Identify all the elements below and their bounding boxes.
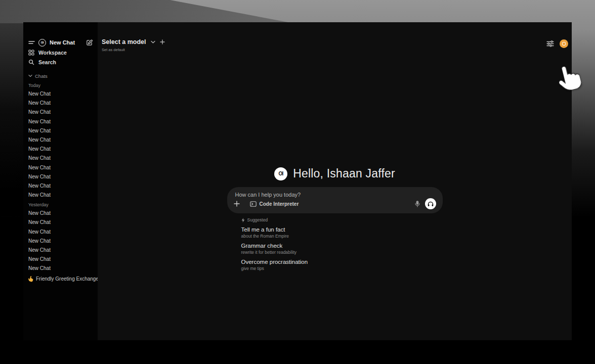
message-composer[interactable]: How can I help you today? Code Interpret… xyxy=(227,187,443,213)
suggested-header: Suggested xyxy=(241,217,443,222)
chat-list-item[interactable]: New Chat xyxy=(28,172,93,181)
chat-list: TodayNew ChatNew ChatNew ChatNew ChatNew… xyxy=(28,81,93,274)
sidebar-toggle-icon[interactable] xyxy=(28,40,35,45)
chat-list-item[interactable]: New Chat xyxy=(28,163,93,172)
model-selector-block: Select a model Set as default xyxy=(102,38,165,52)
new-chat-pencil-icon[interactable] xyxy=(86,39,93,46)
center-content: OI Hello, Ishaan Jaffer How can I help y… xyxy=(227,167,443,271)
composer-toolbar: Code Interpreter xyxy=(234,198,436,209)
chat-group-label: Today xyxy=(28,81,93,89)
sidebar-header: OI New Chat xyxy=(28,37,93,48)
set-as-default-link[interactable]: Set as default xyxy=(102,48,165,52)
waving-hand-icon xyxy=(28,276,33,282)
suggested-prompt-title: Grammar check xyxy=(241,243,443,249)
chat-list-item[interactable]: New Chat xyxy=(28,218,93,227)
voice-call-button[interactable] xyxy=(425,198,436,209)
chat-group-label: Yesterday xyxy=(28,201,93,209)
controls-sliders-icon[interactable] xyxy=(546,40,554,47)
sidebar-item-label: Search xyxy=(38,59,56,65)
suggested-prompt[interactable]: Overcome procrastinationgive me tips xyxy=(241,259,443,271)
chats-section-header[interactable]: Chats xyxy=(28,71,93,80)
user-avatar[interactable] xyxy=(560,39,568,48)
composer-placeholder[interactable]: How can I help you today? xyxy=(234,192,436,198)
bolt-icon xyxy=(241,218,245,222)
chevron-down-icon xyxy=(28,74,32,77)
desktop: OI New Chat Workspace Search xyxy=(0,0,595,364)
sidebar-item-workspace[interactable]: Workspace xyxy=(28,48,93,57)
chat-list-item[interactable]: New Chat xyxy=(28,117,93,126)
chat-list-item[interactable]: New Chat xyxy=(28,154,93,163)
suggested-list: Tell me a fun factabout the Roman Empire… xyxy=(241,226,443,271)
chat-list-item[interactable]: New Chat xyxy=(28,89,93,99)
suggested-prompt-subtitle: about the Roman Empire xyxy=(241,234,443,239)
terminal-icon xyxy=(250,201,257,207)
suggested-prompt[interactable]: Grammar checkrewrite it for better reada… xyxy=(241,243,443,255)
desktop-background-shade xyxy=(0,23,23,215)
sidebar-item-search[interactable]: Search xyxy=(28,57,93,67)
greeting-row: OI Hello, Ishaan Jaffer xyxy=(227,167,443,180)
suggested-prompt[interactable]: Tell me a fun factabout the Roman Empire xyxy=(241,226,443,239)
avatar-glyph xyxy=(562,42,566,46)
chevron-down-icon xyxy=(151,40,155,43)
code-interpreter-toggle[interactable]: Code Interpreter xyxy=(250,201,299,207)
suggested-prompt-title: Overcome procrastination xyxy=(241,259,443,265)
chat-list-item[interactable]: New Chat xyxy=(28,135,93,145)
chat-list-item[interactable]: New Chat xyxy=(28,108,93,117)
main-panel: Select a model Set as default xyxy=(98,22,572,340)
suggested-prompt-title: Tell me a fun fact xyxy=(241,226,443,233)
open-webui-window: OI New Chat Workspace Search xyxy=(23,22,572,340)
suggested-label: Suggested xyxy=(247,217,268,222)
suggested-prompt-subtitle: rewrite it for better readability xyxy=(241,250,443,255)
chat-list-item[interactable]: New Chat xyxy=(28,228,93,237)
workspace-grid-icon xyxy=(28,50,34,56)
chat-list-item[interactable]: New Chat xyxy=(28,209,93,218)
add-model-plus-icon[interactable] xyxy=(160,39,165,44)
chat-list-item[interactable]: New Chat xyxy=(28,126,93,135)
app-logo-icon: OI xyxy=(274,167,287,180)
search-icon xyxy=(28,59,34,65)
chat-list-item[interactable]: New Chat xyxy=(28,191,93,200)
chat-list-item[interactable]: New Chat xyxy=(28,181,93,191)
chat-list-item[interactable]: New Chat xyxy=(28,264,93,273)
chat-list-item[interactable]: New Chat xyxy=(28,246,93,255)
greeting-text: Hello, Ishaan Jaffer xyxy=(293,167,395,180)
chat-list-item[interactable]: New Chat xyxy=(28,255,93,264)
code-interpreter-label: Code Interpreter xyxy=(260,201,299,207)
sidebar: OI New Chat Workspace Search xyxy=(23,22,98,340)
model-selector-label: Select a model xyxy=(102,38,146,46)
suggested-prompt-subtitle: give me tips xyxy=(241,266,443,271)
chat-list-item-pinned[interactable]: Friendly Greeting Exchange xyxy=(28,275,93,284)
attach-plus-icon[interactable] xyxy=(234,201,240,207)
model-selector[interactable]: Select a model xyxy=(102,38,165,46)
sidebar-title: New Chat xyxy=(50,39,75,46)
chats-section-label: Chats xyxy=(35,73,48,79)
microphone-icon[interactable] xyxy=(415,201,420,207)
chat-title: Friendly Greeting Exchange xyxy=(36,275,98,284)
topbar-right xyxy=(546,39,568,48)
sidebar-item-label: Workspace xyxy=(38,50,67,56)
headphones-icon xyxy=(428,201,434,207)
chat-list-item[interactable]: New Chat xyxy=(28,99,93,108)
chat-list-item[interactable]: New Chat xyxy=(28,145,93,154)
chat-list-item[interactable]: New Chat xyxy=(28,237,93,246)
suggested-section: Suggested Tell me a fun factabout the Ro… xyxy=(227,217,443,271)
app-logo-icon: OI xyxy=(38,39,46,47)
